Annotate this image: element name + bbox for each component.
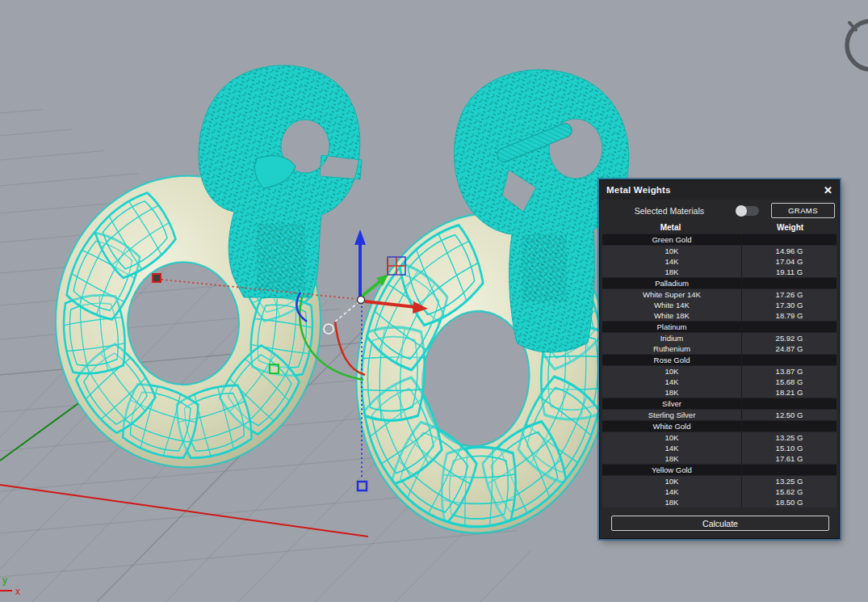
weight-cell: 24.87 G <box>741 343 837 354</box>
metal-cell: 18K <box>602 497 741 507</box>
table-row[interactable]: White 14K17.30 G <box>602 300 837 310</box>
table-row[interactable]: 14K15.62 G <box>602 486 837 497</box>
group-weight-cell <box>741 234 837 245</box>
viewport[interactable]: y x Metal Weights ✕ Selected Materials G… <box>0 0 868 602</box>
table-row[interactable]: 18K17.61 G <box>602 453 837 464</box>
ring-right[interactable] <box>341 69 628 545</box>
metal-cell: 18K <box>602 453 741 464</box>
table-row[interactable]: 10K13.25 G <box>602 476 837 486</box>
weight-cell: 14.96 G <box>741 246 837 256</box>
table-row[interactable]: 10K13.87 G <box>602 366 837 377</box>
group-weight-cell <box>741 322 837 332</box>
metal-weights-table: Green Gold 10K14.96 G 14K17.04 G 18K19.1… <box>602 234 837 507</box>
metal-cell: Sterling Silver <box>602 410 741 420</box>
metal-group-header[interactable]: Green Gold <box>602 234 837 246</box>
metal-cell: Ruthenium <box>602 343 741 354</box>
table-row[interactable]: Iridium25.92 G <box>602 333 837 343</box>
table-row[interactable]: White Super 14K17.26 G <box>602 289 837 300</box>
gizmo-z-arrow[interactable] <box>354 229 366 297</box>
gizmo-z-end-handle[interactable] <box>358 482 367 490</box>
table-row[interactable]: Sterling Silver12.50 G <box>602 410 837 420</box>
weight-cell: 13.87 G <box>741 366 837 377</box>
weight-cell: 19.11 G <box>741 267 837 277</box>
metal-cell: Iridium <box>602 333 741 343</box>
metal-cell: White 14K <box>602 300 741 310</box>
metal-group-header[interactable]: Silver <box>602 398 837 410</box>
metal-group-header[interactable]: Palladium <box>602 277 837 289</box>
weight-cell: 17.04 G <box>741 256 837 267</box>
toggle-knob <box>736 205 747 217</box>
calculate-button[interactable]: Calculate <box>611 516 829 531</box>
panel-footer: Calculate <box>600 507 839 538</box>
table-row[interactable]: 14K15.10 G <box>602 443 837 453</box>
units-button[interactable]: GRAMS <box>771 203 835 218</box>
weight-cell: 18.21 G <box>741 387 837 398</box>
axis-x-label: x <box>15 586 20 597</box>
weight-cell: 18.79 G <box>741 310 837 321</box>
group-name: Silver <box>602 398 741 409</box>
metal-cell: 14K <box>602 256 741 267</box>
metal-cell: 10K <box>602 432 741 443</box>
close-icon[interactable]: ✕ <box>824 185 832 196</box>
metal-column-header: Metal <box>600 223 741 232</box>
metal-cell: 14K <box>602 443 741 453</box>
table-row[interactable]: 14K17.04 G <box>602 256 837 267</box>
metal-cell: White Super 14K <box>602 289 741 300</box>
group-name: White Gold <box>602 421 741 432</box>
table-row[interactable]: 18K19.11 G <box>602 267 837 277</box>
weight-cell: 17.26 G <box>741 289 837 300</box>
weight-cell: 15.10 G <box>741 443 837 453</box>
group-weight-cell <box>741 421 837 432</box>
metal-group-header[interactable]: Rose Gold <box>602 354 837 366</box>
metal-cell: 18K <box>602 387 741 398</box>
table-header-row: Metal Weight <box>600 221 839 234</box>
group-weight-cell <box>741 398 837 409</box>
table-row[interactable]: White 18K18.79 G <box>602 310 837 321</box>
ring-left[interactable] <box>56 65 362 468</box>
viewport-axis-icon: y x <box>0 575 20 597</box>
weight-cell: 25.92 G <box>741 333 837 343</box>
weight-cell: 17.30 G <box>741 300 837 310</box>
panel-title: Metal Weights <box>606 185 671 195</box>
metal-group-header[interactable]: Platinum <box>602 321 837 333</box>
gizmo-guide-dashed-white <box>335 302 359 322</box>
world-x-axis-line <box>0 485 368 537</box>
weight-cell: 13.25 G <box>741 476 837 486</box>
table-row[interactable]: 18K18.21 G <box>602 387 837 398</box>
selected-materials-toggle[interactable] <box>736 206 759 216</box>
metal-cell: 14K <box>602 377 741 387</box>
metal-cell: 10K <box>602 366 741 377</box>
group-weight-cell <box>741 355 837 365</box>
weight-cell: 15.68 G <box>741 377 837 387</box>
group-name: Palladium <box>602 278 741 288</box>
table-row[interactable]: 10K14.96 G <box>602 246 837 256</box>
metal-cell: 10K <box>602 246 741 256</box>
weight-column-header: Weight <box>741 223 839 232</box>
group-name: Green Gold <box>602 234 741 245</box>
group-name: Yellow Gold <box>602 465 741 475</box>
metal-cell: 10K <box>602 476 741 486</box>
axis-y-label: y <box>2 575 7 586</box>
gizmo-free-rotate-handle[interactable] <box>324 324 333 334</box>
metal-group-header[interactable]: Yellow Gold <box>602 464 837 476</box>
table-row[interactable]: 18K18.50 G <box>602 497 837 507</box>
table-row[interactable]: 10K13.25 G <box>602 432 837 443</box>
table-row[interactable]: 14K15.68 G <box>602 377 837 387</box>
metal-group-header[interactable]: White Gold <box>602 420 837 432</box>
table-row[interactable]: Ruthenium24.87 G <box>602 343 837 354</box>
metal-cell: White 18K <box>602 310 741 321</box>
metal-weights-panel: Metal Weights ✕ Selected Materials GRAMS… <box>599 179 840 539</box>
background-ring-outline[interactable] <box>847 21 868 69</box>
selected-materials-label: Selected Materials <box>635 206 704 216</box>
metal-cell: 18K <box>602 267 741 277</box>
weight-cell: 18.50 G <box>741 497 837 507</box>
gizmo-origin-dot[interactable] <box>358 297 365 304</box>
metal-cell: 14K <box>602 486 741 497</box>
panel-titlebar[interactable]: Metal Weights ✕ <box>600 180 839 200</box>
selection-marker-red[interactable] <box>153 274 161 282</box>
weight-cell: 17.61 G <box>741 453 837 464</box>
selected-materials-row: Selected Materials GRAMS <box>600 200 839 221</box>
weight-cell: 15.62 G <box>741 486 837 497</box>
group-name: Rose Gold <box>602 355 741 365</box>
weight-cell: 13.25 G <box>741 432 837 443</box>
